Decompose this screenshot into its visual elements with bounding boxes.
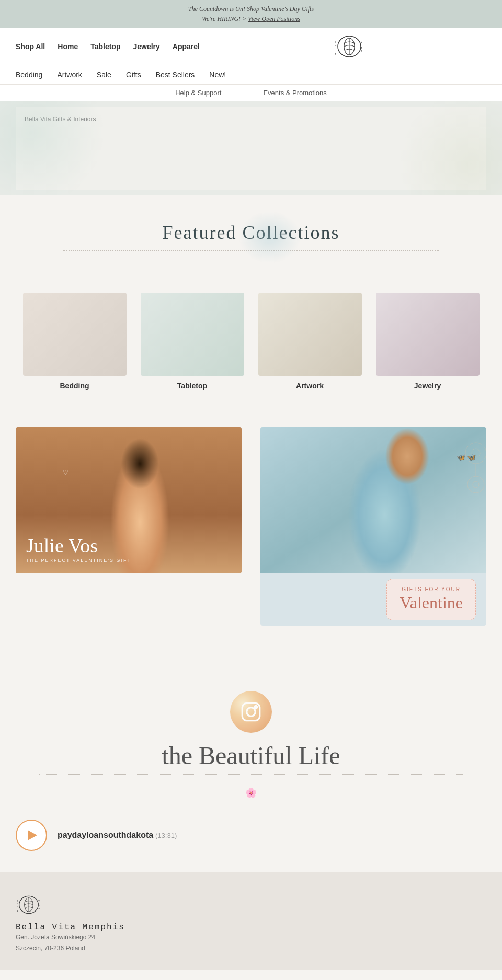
instagram-icon bbox=[241, 701, 261, 722]
valentine-tag: GIFTS FOR YOUR Valentine bbox=[386, 579, 476, 620]
logo-icon: B E L L A V I T A bbox=[334, 33, 365, 60]
top-nav: Shop All Home Tabletop Jewelry Apparel B… bbox=[0, 28, 502, 65]
julie-vos-brand: Julie Vos bbox=[26, 536, 131, 556]
collection-grid: Bedding Tabletop Artwork Jewelry bbox=[0, 282, 502, 411]
secondary-nav: Bedding Artwork Sale Gifts Best Sellers … bbox=[0, 65, 502, 85]
collection-label-artwork: Artwork bbox=[296, 382, 324, 390]
svg-text:A: A bbox=[17, 910, 18, 913]
nav-gifts[interactable]: Gifts bbox=[126, 71, 141, 79]
collection-image-bedding bbox=[23, 293, 127, 375]
hero-banner-label: Bella Vita Gifts & Interiors bbox=[25, 116, 96, 123]
collection-label-jewelry: Jewelry bbox=[414, 382, 441, 390]
nav-new[interactable]: New! bbox=[209, 71, 226, 79]
beautiful-life-divider-top bbox=[39, 678, 463, 678]
promo-banner-left-inner: ♡ Julie Vos The Perfect Valentine's Gift bbox=[16, 427, 242, 573]
svg-text:A: A bbox=[361, 50, 363, 53]
promo-image-right: 🦋 🦋 bbox=[260, 427, 486, 573]
nav-jewelry[interactable]: Jewelry bbox=[133, 42, 159, 51]
promo-banner-left-content: Julie Vos The Perfect Valentine's Gift bbox=[26, 536, 131, 563]
hero-banner: Bella Vita Gifts & Interiors bbox=[0, 101, 502, 195]
logo-area: B E L L A V I T A bbox=[334, 33, 365, 60]
nav-apparel[interactable]: Apparel bbox=[173, 42, 200, 51]
announcement-line1: The Countdown is On! Shop Valentine's Da… bbox=[10, 4, 492, 14]
promo-banner-right-inner: 🦋 🦋 GIFTS FOR YOUR Valentine bbox=[260, 427, 486, 626]
valentine-text: Valentine bbox=[400, 593, 463, 613]
nav-best-sellers[interactable]: Best Sellers bbox=[156, 71, 195, 79]
top-nav-links: Shop All Home Tabletop Jewelry Apparel bbox=[16, 42, 200, 51]
hero-banner-inner: Bella Vita Gifts & Interiors bbox=[16, 107, 486, 190]
collection-label-bedding: Bedding bbox=[60, 382, 89, 390]
social-post-section: paydayloansouthdakota (13:31) bbox=[0, 809, 502, 872]
play-triangle-icon bbox=[28, 830, 37, 840]
view-positions-link[interactable]: View Open Positions bbox=[248, 15, 300, 22]
promo-sub-text: The Perfect Valentine's Gift bbox=[26, 558, 131, 563]
svg-point-18 bbox=[247, 707, 256, 716]
collection-item-jewelry[interactable]: Jewelry bbox=[376, 293, 480, 390]
events-promotions-link[interactable]: Events & Promotions bbox=[263, 89, 326, 97]
collection-label-tabletop: Tabletop bbox=[177, 382, 207, 390]
announcement-line2: We're HIRING! > View Open Positions bbox=[10, 14, 492, 24]
play-button[interactable] bbox=[16, 820, 47, 851]
footer-logo-area: B E L L A V I T A bbox=[16, 893, 486, 916]
announcement-bar: The Countdown is On! Shop Valentine's Da… bbox=[0, 0, 502, 28]
social-username: paydayloansouthdakota bbox=[58, 831, 153, 839]
beautiful-life-section: the Beautiful Life 🌸 bbox=[0, 657, 502, 809]
svg-point-14 bbox=[467, 476, 484, 493]
gifts-for-your-text: GIFTS FOR YOUR bbox=[400, 586, 463, 592]
nav-bedding[interactable]: Bedding bbox=[16, 71, 42, 79]
collection-item-artwork[interactable]: Artwork bbox=[258, 293, 362, 390]
collection-image-tabletop bbox=[141, 293, 244, 375]
hearts-decoration: 🦋 🦋 bbox=[457, 453, 476, 462]
beautiful-life-title: the Beautiful Life bbox=[16, 741, 486, 770]
promo-section: ♡ Julie Vos The Perfect Valentine's Gift… bbox=[0, 411, 502, 657]
social-timestamp: (13:31) bbox=[155, 832, 177, 839]
section-divider bbox=[63, 250, 439, 251]
flower-emoji: 🌸 bbox=[16, 787, 486, 799]
svg-text:A: A bbox=[335, 53, 337, 56]
nav-artwork[interactable]: Artwork bbox=[57, 71, 82, 79]
social-post-info: paydayloansouthdakota (13:31) bbox=[58, 831, 177, 840]
beautiful-life-divider-bottom bbox=[39, 774, 463, 775]
footer-address-line2: Szczecin, 70-236 Poland bbox=[16, 943, 486, 954]
footer-address: Gen. Józefa Sowińskiego 24 Szczecin, 70-… bbox=[16, 932, 486, 954]
hiring-text: We're HIRING! > bbox=[202, 15, 248, 22]
flower-decoration bbox=[444, 432, 486, 537]
utility-nav: Help & Support Events & Promotions bbox=[0, 85, 502, 101]
help-support-link[interactable]: Help & Support bbox=[175, 89, 221, 97]
collection-image-jewelry bbox=[376, 293, 480, 375]
collection-image-artwork bbox=[258, 293, 362, 375]
footer-address-line1: Gen. Józefa Sowińskiego 24 bbox=[16, 932, 486, 943]
footer-logo-icon: B E L L A V I T A bbox=[16, 893, 42, 916]
collection-item-tabletop[interactable]: Tabletop bbox=[141, 293, 244, 390]
svg-point-15 bbox=[473, 481, 479, 488]
nav-sale[interactable]: Sale bbox=[97, 71, 111, 79]
promo-banner-right[interactable]: 🦋 🦋 GIFTS FOR YOUR Valentine bbox=[260, 427, 486, 626]
svg-text:A: A bbox=[38, 907, 40, 910]
promo-banner-left[interactable]: ♡ Julie Vos The Perfect Valentine's Gift bbox=[16, 427, 242, 573]
nav-tabletop[interactable]: Tabletop bbox=[90, 42, 120, 51]
nav-shop-all[interactable]: Shop All bbox=[16, 42, 45, 51]
featured-collections-section: Featured Collections bbox=[0, 195, 502, 282]
footer: B E L L A V I T A Bella Vita Memphis Gen… bbox=[0, 872, 502, 970]
collection-item-bedding[interactable]: Bedding bbox=[23, 293, 127, 390]
svg-point-19 bbox=[255, 706, 257, 708]
footer-brand-name: Bella Vita Memphis bbox=[16, 923, 486, 932]
featured-collections-title: Featured Collections bbox=[16, 222, 486, 244]
instagram-icon-circle bbox=[230, 691, 272, 733]
heart-decoration-tl: ♡ bbox=[63, 469, 69, 477]
nav-home[interactable]: Home bbox=[58, 42, 78, 51]
